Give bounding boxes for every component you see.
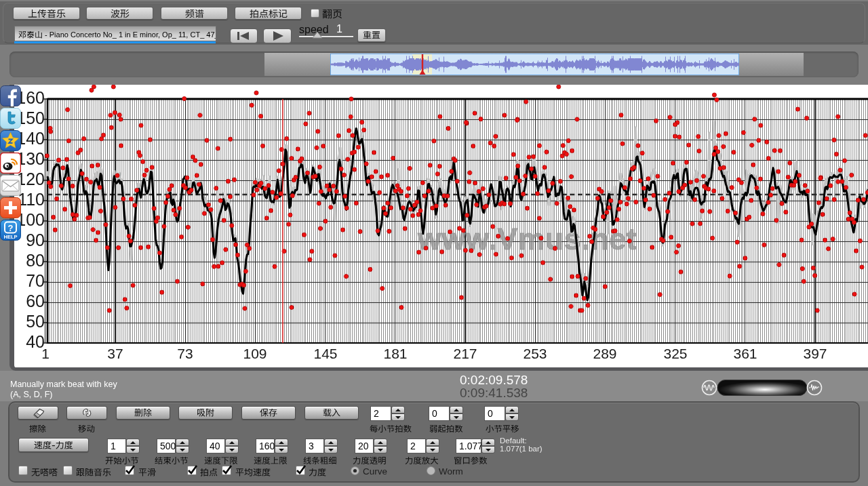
svg-text:80: 80 [26, 251, 45, 270]
svg-text:397: 397 [803, 346, 827, 361]
svg-text:60: 60 [26, 291, 45, 310]
svg-text:145: 145 [313, 346, 337, 361]
svg-text:361: 361 [733, 346, 757, 361]
svg-text:HELP: HELP [3, 234, 17, 240]
svg-text:181: 181 [383, 346, 407, 361]
svg-text:289: 289 [593, 346, 616, 361]
svg-text:?: ? [8, 223, 14, 233]
svg-text:217: 217 [453, 346, 477, 361]
svg-text:www.Vmus.net: www.Vmus.net [417, 222, 637, 256]
svg-text:253: 253 [523, 346, 547, 361]
svg-text:109: 109 [243, 346, 267, 361]
svg-text:90: 90 [26, 230, 45, 249]
svg-text:70: 70 [26, 271, 45, 290]
svg-text:73: 73 [177, 346, 193, 361]
svg-text:110: 110 [18, 190, 45, 209]
svg-text:50: 50 [26, 312, 45, 331]
svg-text:325: 325 [663, 346, 687, 361]
svg-text:1: 1 [41, 346, 50, 361]
svg-text:37: 37 [107, 346, 123, 361]
